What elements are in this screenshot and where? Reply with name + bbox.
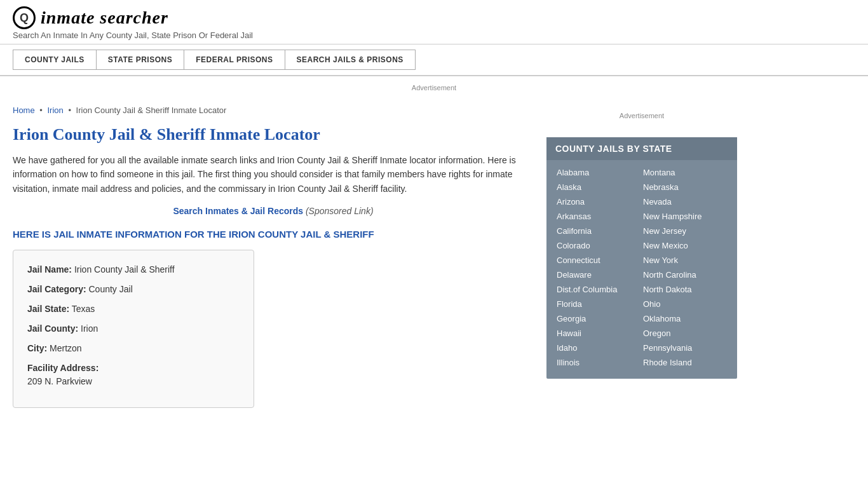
state-link[interactable]: Arizona (555, 194, 642, 209)
breadcrumb-irion[interactable]: Irion (48, 105, 64, 115)
state-link[interactable]: California (555, 224, 642, 238)
state-link[interactable]: Pennsylvania (642, 341, 728, 355)
sponsored-link[interactable]: Search Inmates & Jail Records (173, 206, 303, 216)
breadcrumb-sep2: • (68, 105, 71, 115)
jail-city-row: City: Mertzon (27, 342, 240, 355)
county-jails-by-state-box: COUNTY JAILS BY STATE AlabamaMontanaAlas… (546, 137, 737, 379)
jail-name-row: Jail Name: Irion County Jail & Sheriff (27, 263, 240, 276)
state-link[interactable]: New Jersey (642, 224, 728, 238)
state-link[interactable]: Delaware (555, 268, 642, 282)
header: Q inmate searcher Search An Inmate In An… (0, 0, 868, 44)
jail-category-row: Jail Category: County Jail (27, 283, 240, 296)
jail-category-value-text: County Jail (88, 284, 132, 294)
jail-category-label: Jail Category: (27, 284, 86, 294)
state-link[interactable]: Nevada (642, 194, 728, 209)
county-jails-by-state-title: COUNTY JAILS BY STATE (546, 137, 737, 160)
state-link[interactable]: Rhode Island (642, 355, 728, 370)
jail-county-value-text: Irion (81, 323, 98, 334)
state-grid: AlabamaMontanaAlaskaNebraskaArizonaNevad… (546, 160, 737, 379)
state-link[interactable]: Georgia (555, 311, 642, 326)
sponsored-link-area: Search Inmates & Jail Records (Sponsored… (13, 206, 534, 216)
jail-county-label: Jail County: (27, 323, 78, 334)
nav-county-jails[interactable]: COUNTY JAILS (13, 50, 96, 70)
site-tagline: Search An Inmate In Any County Jail, Sta… (13, 30, 855, 40)
jail-state-row: Jail State: Texas (27, 302, 240, 316)
site-logo-text: inmate searcher (41, 8, 168, 28)
state-link[interactable]: Illinois (555, 355, 642, 370)
state-link[interactable]: Colorado (555, 238, 642, 253)
logo-area: Q inmate searcher (13, 6, 855, 29)
nav-search-jails[interactable]: SEARCH JAILS & PRISONS (285, 50, 416, 70)
state-link[interactable]: Ohio (642, 297, 728, 311)
logo-icon: Q (13, 6, 36, 29)
state-link[interactable]: New Mexico (642, 238, 728, 253)
state-link[interactable]: Alabama (555, 165, 642, 180)
state-link[interactable]: Connecticut (555, 253, 642, 268)
nav-federal-prisons[interactable]: FEDERAL PRISONS (184, 50, 284, 70)
breadcrumb-sep1: • (39, 105, 43, 115)
state-link[interactable]: Dist.of Columbia (555, 282, 642, 297)
state-link[interactable]: North Carolina (642, 268, 728, 282)
jail-name-value-text: Irion County Jail & Sheriff (74, 264, 175, 274)
state-link[interactable]: New Hampshire (642, 209, 728, 224)
breadcrumb-current: Irion County Jail & Sheriff Inmate Locat… (76, 105, 227, 115)
state-link[interactable]: New York (642, 253, 728, 268)
page-title: Irion County Jail & Sheriff Inmate Locat… (13, 125, 534, 144)
jail-state-label: Jail State: (27, 304, 69, 314)
jail-address-row: Facility Address: 209 N. Parkview (27, 362, 240, 388)
jail-info-heading: HERE IS JAIL INMATE INFORMATION FOR THE … (13, 227, 534, 241)
jail-address-label: Facility Address: (27, 363, 98, 373)
main-layout: Home • Irion • Irion County Jail & Sheri… (0, 99, 868, 408)
ad-top-banner: Advertisement (0, 76, 868, 99)
breadcrumb: Home • Irion • Irion County Jail & Sheri… (13, 99, 534, 125)
breadcrumb-home[interactable]: Home (13, 105, 35, 115)
page-description: We have gathered for you all the availab… (13, 153, 534, 196)
content-area: Home • Irion • Irion County Jail & Sheri… (13, 99, 534, 408)
state-link[interactable]: Montana (642, 165, 728, 180)
state-link[interactable]: Oregon (642, 326, 728, 341)
jail-city-label: City: (27, 343, 47, 353)
jail-address-value: 209 N. Parkview (27, 375, 240, 388)
state-link[interactable]: Nebraska (642, 180, 728, 194)
state-link[interactable]: Alaska (555, 180, 642, 194)
nav-inner: COUNTY JAILS STATE PRISONS FEDERAL PRISO… (13, 50, 855, 70)
sponsored-note-text: (Sponsored Link) (306, 206, 374, 216)
sidebar-ad: Advertisement (546, 105, 737, 126)
state-link[interactable]: Oklahoma (642, 311, 728, 326)
jail-city-value-text: Mertzon (50, 343, 82, 353)
state-link[interactable]: Florida (555, 297, 642, 311)
jail-info-box: Jail Name: Irion County Jail & Sheriff J… (13, 250, 254, 408)
nav-bar: COUNTY JAILS STATE PRISONS FEDERAL PRISO… (0, 44, 868, 76)
jail-county-row: Jail County: Irion (27, 322, 240, 336)
state-link[interactable]: Idaho (555, 341, 642, 355)
sidebar: Advertisement COUNTY JAILS BY STATE Alab… (546, 99, 737, 408)
state-link[interactable]: Hawaii (555, 326, 642, 341)
jail-name-label: Jail Name: (27, 264, 72, 274)
jail-state-value-text: Texas (72, 304, 95, 314)
nav-state-prisons[interactable]: STATE PRISONS (96, 50, 184, 70)
state-link[interactable]: Arkansas (555, 209, 642, 224)
state-link[interactable]: North Dakota (642, 282, 728, 297)
